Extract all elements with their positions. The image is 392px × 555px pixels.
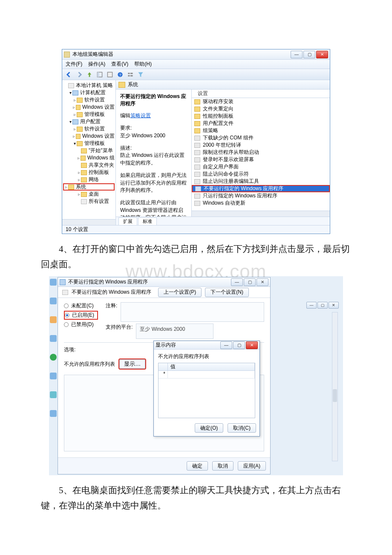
dialog-subhead: 不要运行指定的 Windows 应用程序 上一个设置(P) 下一个设置(N) — [58, 287, 270, 298]
radio-not-configured[interactable]: 未配置(C) — [64, 302, 98, 309]
list-item[interactable]: 文件夹重定向 — [192, 105, 330, 113]
tree-item[interactable]: ▹控制面板 — [63, 169, 115, 176]
tree-item[interactable]: ▹Windows 组 — [63, 154, 115, 162]
maximize-button[interactable]: ▢ — [317, 302, 328, 309]
close-button[interactable]: ✕ — [329, 302, 339, 309]
tree-admin-templates[interactable]: ▾管理模板 — [63, 140, 115, 147]
next-setting-button[interactable]: 下一个设置(N) — [205, 288, 249, 297]
show-contents-dialog: 显示内容 — ▢ ✕ 不允许的应用程序列表 值 * 确定( — [153, 341, 260, 436]
list-item[interactable]: 只运行指定的 Windows 应用程序 — [192, 192, 330, 199]
titlebar[interactable]: 不要运行指定的 Windows 应用程序 — ▢ ✕ — [58, 278, 270, 287]
minimize-button[interactable]: — — [220, 341, 232, 349]
col-value[interactable]: 值 — [168, 363, 255, 370]
tree-item[interactable]: ▹Windows 设置 — [63, 133, 115, 140]
list-item-selected[interactable]: 不要运行指定的 Windows 应用程序 — [192, 185, 330, 192]
help-icon[interactable]: ? — [116, 70, 124, 79]
tree-item[interactable]: ▹Windows 设置 — [63, 104, 115, 111]
tree-computer-config[interactable]: ▾计算机配置 — [63, 89, 115, 96]
tree-item[interactable]: ▹软件设置 — [63, 125, 115, 133]
minimize-button[interactable]: — — [291, 51, 303, 58]
forward-button[interactable] — [75, 70, 84, 79]
cancel-button[interactable]: 取消 — [212, 461, 233, 471]
show-button[interactable]: 显示… — [119, 359, 145, 369]
modal-cancel-button[interactable]: 取消(C) — [228, 423, 256, 433]
list-item[interactable]: 2000 年世纪转译 — [192, 142, 330, 149]
titlebar[interactable]: 显示内容 — ▢ ✕ — [154, 341, 259, 350]
filter-icon[interactable] — [136, 70, 145, 79]
settings-column-header[interactable]: 设置 — [192, 90, 330, 98]
radio-enabled[interactable]: 已启用(E) — [64, 311, 98, 320]
menu-help[interactable]: 帮助(H) — [134, 61, 152, 68]
edit-policy-link[interactable]: 策略设置 — [130, 113, 151, 119]
properties-button[interactable] — [106, 70, 114, 79]
settings-list[interactable]: 驱动程序安装 文件夹重定向 性能控制面板 用户配置文件 组策略 下载缺少的 CO… — [192, 98, 330, 211]
list-item[interactable]: 组策略 — [192, 127, 330, 134]
tree-user-config[interactable]: ▾用户配置 — [63, 118, 115, 125]
statusbar: 10 个设置 — [62, 225, 330, 234]
prev-setting-button[interactable]: 上一个设置(P) — [158, 288, 202, 297]
back-button[interactable] — [65, 70, 73, 79]
close-button[interactable]: ✕ — [257, 278, 268, 286]
tree-item[interactable]: ▹软件设置 — [63, 96, 115, 104]
close-button[interactable]: ✕ — [246, 341, 258, 349]
maximize-button[interactable]: ▢ — [244, 278, 256, 286]
desktop-icon[interactable] — [50, 298, 57, 304]
background-scrollbar[interactable] — [332, 312, 338, 461]
desktop-icon[interactable] — [50, 354, 57, 361]
list-item[interactable]: 自定义用户界面 — [192, 163, 330, 171]
desktop-icon[interactable] — [50, 279, 57, 286]
tree-item[interactable]: ▹网络 — [63, 176, 115, 183]
list-item[interactable]: 阻止访问注册表编辑工具 — [192, 178, 330, 185]
ok-button[interactable]: 确定 — [187, 461, 208, 471]
list-item[interactable]: 用户配置文件 — [192, 120, 330, 127]
maximize-button[interactable]: ▢ — [303, 51, 315, 58]
tab-extended[interactable]: 扩展 — [118, 217, 137, 225]
list-item[interactable]: 性能控制面板 — [192, 113, 330, 120]
desktop-icon[interactable] — [50, 373, 57, 379]
list-item[interactable]: Windows 自动更新 — [192, 199, 330, 207]
instruction-step-4: 4、在打开的窗口中首先勾选已启用，然后在下方找到并点击显示，最后切回桌面。 — [41, 242, 351, 272]
new-row-marker[interactable]: * — [159, 371, 168, 378]
tree-system[interactable]: ▹系统 — [63, 183, 115, 191]
tree-item[interactable]: ▹桌面 — [63, 191, 115, 198]
tree-item[interactable]: "开始"菜单 — [63, 147, 115, 154]
tree-scrollbar[interactable] — [62, 219, 115, 225]
titlebar[interactable]: 本地组策略编辑器 — ▢ ✕ — [62, 49, 330, 60]
tab-standard[interactable]: 标准 — [138, 217, 157, 225]
apply-button[interactable]: 应用(A) — [238, 461, 266, 471]
maximize-button[interactable]: ▢ — [233, 341, 245, 349]
policy-title: 不要运行指定的 Windows 应用程序 — [120, 93, 187, 108]
desktop-icon[interactable] — [50, 335, 57, 342]
modal-ok-button[interactable]: 确定(O) — [195, 423, 223, 433]
list-item[interactable]: 登录时不显示欢迎屏幕 — [192, 156, 330, 163]
list-item[interactable]: 下载缺少的 COM 组件 — [192, 134, 330, 142]
nav-tree[interactable]: 本地计算机 策略 ▾计算机配置 ▹软件设置 ▹Windows 设置 ▹管理模板 … — [62, 80, 116, 225]
gpedit-window: 本地组策略编辑器 — ▢ ✕ 文件(F) 操作(A) 查看(V) 帮助(H) ? — [62, 49, 330, 234]
menu-action[interactable]: 操作(A) — [88, 61, 105, 68]
comment-textarea[interactable] — [121, 302, 264, 322]
tree-root[interactable]: 本地计算机 策略 — [63, 82, 115, 89]
list-item[interactable]: 驱动程序安装 — [192, 98, 330, 105]
view-button[interactable] — [126, 70, 135, 79]
close-button[interactable]: ✕ — [316, 51, 328, 58]
tree-item[interactable]: ▹管理模板 — [63, 111, 115, 118]
desc-p3: 此设置仅阻止用户运行由 Windows 资源管理器进程启动的程序。它不会阻止用户… — [120, 199, 187, 217]
radio-disabled[interactable]: 已禁用(D) — [64, 321, 98, 328]
minimize-button[interactable]: — — [306, 302, 317, 309]
tree-item[interactable]: 所有设置 — [63, 198, 115, 205]
list-item[interactable]: 阻止访问命令提示符 — [192, 171, 330, 178]
desktop-icon[interactable] — [50, 410, 57, 417]
value-cell[interactable] — [168, 371, 255, 378]
list-scrollbar[interactable] — [192, 211, 330, 217]
list-item[interactable]: 限制这些程序从帮助启动 — [192, 149, 330, 156]
value-table[interactable]: 值 * — [158, 363, 255, 418]
desktop-icon[interactable] — [50, 391, 57, 398]
up-button[interactable] — [85, 70, 94, 79]
pane-heading: 系统 — [116, 80, 330, 90]
tree-item[interactable]: 共享文件夹 — [63, 162, 115, 169]
menu-view[interactable]: 查看(V) — [111, 61, 128, 68]
desktop-icon[interactable] — [50, 316, 57, 323]
menu-file[interactable]: 文件(F) — [66, 61, 82, 68]
show-hide-tree-button[interactable] — [95, 70, 104, 79]
minimize-button[interactable]: — — [231, 278, 243, 286]
